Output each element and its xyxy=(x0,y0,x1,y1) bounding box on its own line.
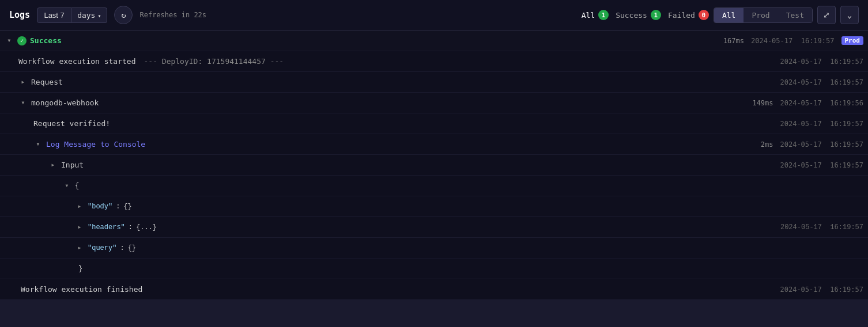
table-row: "query" : {} xyxy=(0,238,868,258)
toggle-json-root[interactable] xyxy=(62,181,71,191)
table-row: { xyxy=(0,176,868,196)
duration: 2ms xyxy=(745,140,773,149)
table-row: "headers" : {...} 2024-05-17 16:19:57 We… xyxy=(0,217,868,238)
row-label: Workflow execution started --- DeployID:… xyxy=(18,57,745,66)
timestamp: 2024-05-17 16:19:57 xyxy=(780,286,864,294)
success-label: Success xyxy=(30,36,715,45)
json-body-label: "body" : {} xyxy=(88,203,786,211)
row-label: Request verified! xyxy=(33,119,745,128)
table-row: Request verified! 2024-05-17 16:19:57 xyxy=(0,113,868,134)
timestamp: 2024-05-17 16:19:57 xyxy=(780,223,863,231)
filter-success-badge: 1 xyxy=(651,10,661,20)
env-all-button[interactable]: All xyxy=(714,8,744,22)
refresh-status: Refreshes in 22s xyxy=(139,11,206,19)
filter-failed-label: Failed xyxy=(668,11,695,20)
header-left: Logs days ↻ Refreshes in 22s xyxy=(9,6,206,24)
workflow-finished-label: Workflow execution finished xyxy=(21,285,745,294)
table-row: Workflow execution finished 2024-05-17 1… xyxy=(0,279,868,300)
table-row: Input 2024-05-17 16:19:57 xyxy=(0,155,868,176)
status-filters: All 1 Success 1 Failed 0 xyxy=(582,10,709,20)
env-prod-button[interactable]: Prod xyxy=(744,8,778,22)
row-label: Input xyxy=(61,161,745,169)
refresh-button[interactable]: ↻ xyxy=(114,6,133,24)
table-row: "body" : {} xyxy=(0,196,868,217)
page-title: Logs xyxy=(9,10,30,20)
env-badge: Prod xyxy=(841,36,864,45)
days-select[interactable]: days xyxy=(71,7,107,23)
timestamp: 2024-05-17 16:19:57 xyxy=(780,58,864,66)
days-label: days xyxy=(77,11,95,20)
header-right: All 1 Success 1 Failed 0 All Prod Test ⤢… xyxy=(572,6,859,24)
timestamp: 2024-05-17 16:19:56 xyxy=(780,99,864,107)
row-label: Request xyxy=(31,78,745,86)
row-meta: 2ms 2024-05-17 16:19:57 xyxy=(745,140,864,149)
row-meta: 2024-05-17 16:19:57 xyxy=(745,120,864,128)
env-test-button[interactable]: Test xyxy=(778,8,812,22)
filter-all[interactable]: All 1 xyxy=(582,10,609,20)
row-meta: 2024-05-17 16:19:57 xyxy=(745,286,864,294)
toggle-input[interactable] xyxy=(48,161,58,170)
toggle-json-headers[interactable] xyxy=(75,223,84,232)
toggle-mongodb[interactable] xyxy=(18,98,28,108)
json-headers-label: "headers" : {...} xyxy=(88,223,780,231)
table-row: mongodb-webhook 149ms 2024-05-17 16:19:5… xyxy=(0,93,868,113)
filter-failed[interactable]: Failed 0 xyxy=(668,10,709,20)
header: Logs days ↻ Refreshes in 22s All 1 Succe… xyxy=(0,0,868,31)
env-filter: All Prod Test xyxy=(714,7,813,23)
json-query-label: "query" : {} xyxy=(88,244,786,252)
filter-all-badge: 1 xyxy=(598,10,609,20)
filter-all-label: All xyxy=(582,11,595,20)
table-row: Workflow execution started --- DeployID:… xyxy=(0,51,868,72)
timestamp: 2024-05-17 16:19:57 xyxy=(780,161,864,169)
time-input[interactable] xyxy=(37,7,71,23)
json-brace-open: { xyxy=(75,182,750,190)
timestamp: 2024-05-17 16:19:57 xyxy=(751,37,835,45)
row-label: mongodb-webhook xyxy=(31,98,745,107)
duration: 167ms xyxy=(715,37,744,45)
table-row: Log Message to Console 2ms 2024-05-17 16… xyxy=(0,134,868,155)
chevron-collapse-button[interactable]: ⌄ xyxy=(840,6,859,24)
log-message-label: Log Message to Console xyxy=(46,140,745,149)
chevron-down-icon xyxy=(97,11,101,20)
filter-failed-badge: 0 xyxy=(699,10,709,20)
toggle-request[interactable] xyxy=(18,78,28,87)
row-meta: 2024-05-17 16:19:57 xyxy=(745,58,864,66)
row-meta: 167ms 2024-05-17 16:19:57 Prod xyxy=(715,36,863,45)
time-filter: days xyxy=(37,7,107,23)
table-row: ✓ Success 167ms 2024-05-17 16:19:57 Prod xyxy=(0,31,868,51)
row-meta: 2024-05-17 16:19:57 xyxy=(745,161,864,169)
timestamp: 2024-05-17 16:19:57 xyxy=(780,78,864,86)
success-icon: ✓ xyxy=(17,36,27,45)
toggle-json-body[interactable] xyxy=(75,202,84,211)
json-brace-close: } xyxy=(78,265,863,273)
timestamp: 2024-05-17 16:19:57 xyxy=(780,120,864,128)
table-row: } xyxy=(0,258,868,279)
filter-success[interactable]: Success 1 xyxy=(616,10,661,20)
table-row: Request 2024-05-17 16:19:57 xyxy=(0,72,868,93)
expand-button[interactable]: ⤢ xyxy=(817,6,836,24)
filter-success-label: Success xyxy=(616,11,647,20)
row-meta: 149ms 2024-05-17 16:19:56 xyxy=(745,99,864,107)
toggle-success[interactable] xyxy=(5,36,14,45)
duration: 149ms xyxy=(745,99,773,107)
log-area: ✓ Success 167ms 2024-05-17 16:19:57 Prod… xyxy=(0,31,868,300)
row-meta: 2024-05-17 16:19:57 xyxy=(745,78,864,86)
timestamp: 2024-05-17 16:19:57 xyxy=(780,140,864,149)
toggle-log-message[interactable] xyxy=(33,140,43,149)
toggle-json-query[interactable] xyxy=(75,244,84,253)
row-meta: 2024-05-17 16:19:57 xyxy=(780,223,863,231)
